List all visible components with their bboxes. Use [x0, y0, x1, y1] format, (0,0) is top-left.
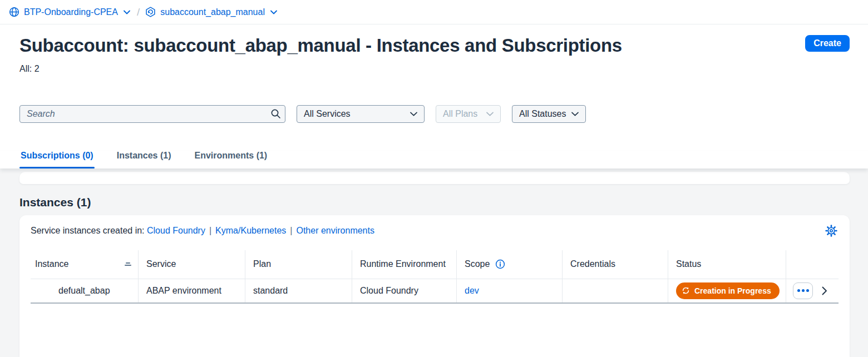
services-chevron-down-icon [410, 112, 417, 116]
page-title: Subaccount: subaccount_abap_manual - Ins… [19, 33, 643, 58]
tab-bar: Subscriptions (0) Instances (1) Environm… [0, 151, 868, 168]
globe-icon [9, 7, 19, 17]
instances-card-toolbar: Service instances created in: Cloud Foun… [31, 224, 839, 238]
create-button[interactable]: Create [805, 35, 850, 52]
status-badge-label: Creation in Progress [694, 286, 771, 295]
breadcrumb-separator: / [137, 6, 140, 18]
created-in-text: Service instances created in: Cloud Foun… [31, 226, 374, 236]
link-separator: | [290, 226, 292, 235]
statuses-filter-select[interactable]: All Statuses [512, 105, 586, 123]
all-count-label: All: 2 [19, 64, 849, 74]
sync-in-progress-icon [682, 286, 690, 295]
table-header-row: Instance Service Plan Runtime Environmen… [31, 250, 839, 279]
breadcrumb-subaccount: subaccount_abap_manual [145, 7, 278, 17]
statuses-filter-value: All Statuses [519, 109, 566, 119]
column-header-runtime-environment: Runtime Environment [352, 250, 456, 279]
scope-dev-link[interactable]: dev [465, 286, 479, 296]
created-in-label: Service instances created in: [31, 226, 145, 235]
cell-credentials [562, 279, 668, 303]
table-settings-gear-icon[interactable] [824, 224, 839, 238]
scope-info-icon[interactable] [495, 259, 505, 269]
cell-status: Creation in Progress [668, 279, 786, 303]
global-account-chevron-down-icon[interactable] [122, 9, 131, 16]
status-badge: Creation in Progress [676, 282, 780, 299]
other-environments-link[interactable]: Other environments [296, 226, 374, 235]
global-account-link[interactable]: BTP-Onboarding-CPEA [24, 7, 118, 17]
column-header-credentials: Credentials [562, 250, 668, 279]
search-icon[interactable] [270, 108, 281, 121]
instances-card: Service instances created in: Cloud Foun… [19, 215, 850, 357]
column-header-service: Service [138, 250, 245, 279]
cell-instance: defualt_abap [31, 279, 138, 303]
tab-environments[interactable]: Environments (1) [194, 151, 269, 168]
instances-table: Instance Service Plan Runtime Environmen… [31, 250, 839, 304]
column-header-plan: Plan [245, 250, 352, 279]
sort-icon[interactable] [125, 262, 131, 266]
cell-plan: standard [245, 279, 352, 303]
column-header-scope: Scope [456, 250, 562, 279]
search-input[interactable] [19, 105, 285, 123]
column-label: Instance [35, 259, 68, 269]
filter-bar: All Services All Plans All Statuses [19, 105, 849, 123]
search-box [19, 105, 285, 123]
breadcrumb-global-account: BTP-Onboarding-CPEA [9, 7, 131, 17]
breadcrumb: BTP-Onboarding-CPEA / subaccount_abap_ma… [0, 0, 868, 24]
subaccount-chevron-down-icon[interactable] [269, 9, 278, 16]
statuses-chevron-down-icon [571, 112, 579, 116]
kyma-kubernetes-link[interactable]: Kyma/Kubernetes [215, 226, 286, 235]
instances-section-heading: Instances (1) [19, 196, 850, 209]
link-separator: | [209, 226, 211, 235]
subaccount-icon [145, 7, 156, 17]
row-chevron-right-icon[interactable] [821, 285, 828, 296]
services-filter-value: All Services [304, 109, 351, 119]
plans-filter-select: All Plans [436, 105, 501, 123]
plans-chevron-down-icon [486, 112, 494, 116]
tab-instances[interactable]: Instances (1) [116, 151, 172, 168]
plans-filter-value: All Plans [443, 109, 477, 119]
subscriptions-empty-panel [19, 172, 850, 184]
table-row[interactable]: defualt_abap ABAP environment standard C… [31, 279, 839, 304]
column-header-status: Status [668, 250, 786, 279]
services-filter-select[interactable]: All Services [297, 105, 425, 123]
column-header-actions [786, 250, 839, 279]
cell-service: ABAP environment [138, 279, 245, 303]
row-overflow-menu-icon[interactable] [793, 282, 813, 299]
cell-actions [786, 279, 839, 303]
cell-runtime-environment: Cloud Foundry [352, 279, 456, 303]
page-header: Subaccount: subaccount_abap_manual - Ins… [0, 24, 868, 123]
cell-scope: dev [456, 279, 562, 303]
subaccount-link[interactable]: subaccount_abap_manual [160, 7, 265, 17]
tab-subscriptions[interactable]: Subscriptions (0) [19, 151, 95, 168]
cloud-foundry-link[interactable]: Cloud Foundry [147, 226, 205, 235]
column-label: Scope [465, 259, 490, 269]
content-area: Instances (1) Service instances created … [0, 168, 868, 357]
column-header-instance: Instance [31, 250, 138, 279]
